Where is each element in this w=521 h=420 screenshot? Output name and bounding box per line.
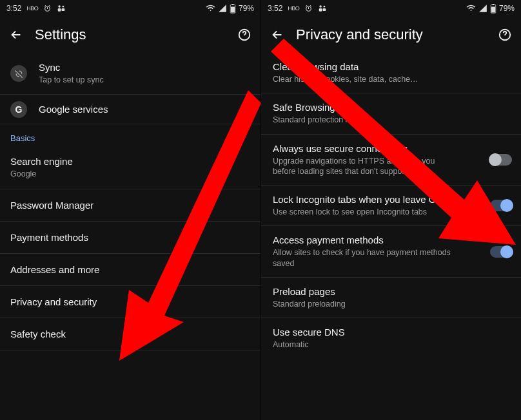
hbo-icon: HBO xyxy=(288,5,299,12)
sync-title: Sync xyxy=(39,62,250,73)
wifi-icon xyxy=(466,4,476,14)
payment-methods-row[interactable]: Payment methods xyxy=(0,222,260,254)
secure-connections-row[interactable]: Always use secure connections Upgrade na… xyxy=(261,135,521,186)
svg-point-0 xyxy=(59,5,61,8)
page-title: Privacy and security xyxy=(296,26,486,43)
access-payment-row[interactable]: Access payment methods Allow sites to ch… xyxy=(261,226,521,278)
list-subtitle: Allow sites to check if you have payment… xyxy=(273,247,453,269)
google-icon: G xyxy=(10,101,27,118)
svg-rect-5 xyxy=(231,4,233,5)
settings-header: Settings xyxy=(0,17,260,53)
wifi-icon xyxy=(206,4,215,14)
safe-browsing-row[interactable]: Safe Browsing Standard protection is on xyxy=(261,93,521,134)
basics-section-label: Basics xyxy=(0,124,260,147)
settings-list: Sync Tap to set up sync G Google service… xyxy=(0,53,260,420)
list-title: Preload pages xyxy=(273,286,475,297)
list-title: Addresses and more xyxy=(10,264,250,275)
svg-rect-3 xyxy=(62,8,65,11)
alarm-icon xyxy=(304,5,313,13)
list-title: Access payment methods xyxy=(273,234,475,245)
alarm-icon xyxy=(43,5,52,13)
access-payment-toggle[interactable] xyxy=(490,246,512,258)
secure-dns-row[interactable]: Use secure DNS Automatic xyxy=(261,318,521,358)
list-title: Password Manager xyxy=(10,200,250,211)
lock-incognito-toggle[interactable] xyxy=(490,200,512,211)
password-manager-row[interactable]: Password Manager xyxy=(0,189,260,222)
list-subtitle: Upgrade navigations to HTTPS and warn yo… xyxy=(273,156,453,177)
signal-icon xyxy=(218,4,227,13)
back-arrow-icon[interactable] xyxy=(270,28,284,42)
clear-browsing-data-row[interactable]: Clear browsing data Clear history, cooki… xyxy=(261,53,521,93)
list-title: Safety check xyxy=(10,329,250,339)
privacy-screen: 3:52 HBO 79% Privacy and security Clear … xyxy=(260,0,521,420)
list-subtitle: Clear history, cookies, site data, cache… xyxy=(273,74,466,84)
sync-off-icon xyxy=(10,65,27,82)
list-title: Search engine xyxy=(10,156,250,167)
svg-rect-11 xyxy=(323,8,326,11)
signal-icon xyxy=(478,4,487,13)
list-subtitle: Standard protection is on xyxy=(273,115,466,125)
sync-row[interactable]: Sync Tap to set up sync xyxy=(0,53,260,95)
privacy-security-row[interactable]: Privacy and security xyxy=(0,286,260,318)
list-subtitle: Use screen lock to see open Incognito ta… xyxy=(273,207,466,217)
preload-pages-row[interactable]: Preload pages Standard preloading xyxy=(261,278,521,318)
battery-icon xyxy=(490,4,496,14)
status-time: 3:52 xyxy=(268,4,282,13)
list-subtitle: Automatic xyxy=(273,339,466,350)
help-icon[interactable] xyxy=(237,28,251,42)
status-bar: 3:52 HBO 79% xyxy=(261,0,521,17)
svg-point-8 xyxy=(320,5,322,8)
svg-point-1 xyxy=(63,6,64,8)
list-title: Payment methods xyxy=(10,232,250,243)
list-title: Use secure DNS xyxy=(273,327,475,338)
google-services-row[interactable]: G Google services xyxy=(0,95,260,124)
privacy-list: Clear browsing data Clear history, cooki… xyxy=(261,53,521,420)
teams-icon xyxy=(318,4,327,13)
secure-connections-toggle[interactable] xyxy=(490,154,512,166)
list-title: Lock Incognito tabs when you leave Chrom… xyxy=(273,194,475,205)
list-title: Always use secure connections xyxy=(273,143,475,154)
status-battery: 79% xyxy=(239,4,254,13)
help-icon[interactable] xyxy=(498,28,512,42)
svg-rect-6 xyxy=(231,6,235,12)
battery-icon xyxy=(230,4,236,14)
sync-subtitle: Tap to set up sync xyxy=(39,75,250,85)
teams-icon xyxy=(57,4,66,13)
list-title: Privacy and security xyxy=(10,296,250,307)
lock-incognito-row[interactable]: Lock Incognito tabs when you leave Chrom… xyxy=(261,186,521,226)
search-engine-row[interactable]: Search engine Google xyxy=(0,147,260,189)
back-arrow-icon[interactable] xyxy=(9,28,23,42)
svg-rect-2 xyxy=(58,8,61,12)
svg-point-9 xyxy=(324,6,326,8)
list-subtitle: Standard preloading xyxy=(273,299,466,309)
page-title: Settings xyxy=(35,26,226,43)
svg-rect-13 xyxy=(492,4,494,5)
settings-screen: 3:52 HBO 79% Settings xyxy=(0,0,260,420)
list-title: Clear browsing data xyxy=(273,61,475,72)
svg-rect-14 xyxy=(491,6,495,12)
list-title: Safe Browsing xyxy=(273,102,475,113)
safety-check-row[interactable]: Safety check xyxy=(0,318,260,350)
addresses-row[interactable]: Addresses and more xyxy=(0,254,260,286)
status-time: 3:52 xyxy=(6,4,21,13)
hbo-icon: HBO xyxy=(26,5,38,12)
svg-rect-10 xyxy=(319,8,322,12)
status-bar: 3:52 HBO 79% xyxy=(0,0,260,17)
privacy-header: Privacy and security xyxy=(261,17,521,53)
google-services-title: Google services xyxy=(39,104,250,115)
status-battery: 79% xyxy=(499,4,515,13)
list-subtitle: Google xyxy=(10,169,250,179)
